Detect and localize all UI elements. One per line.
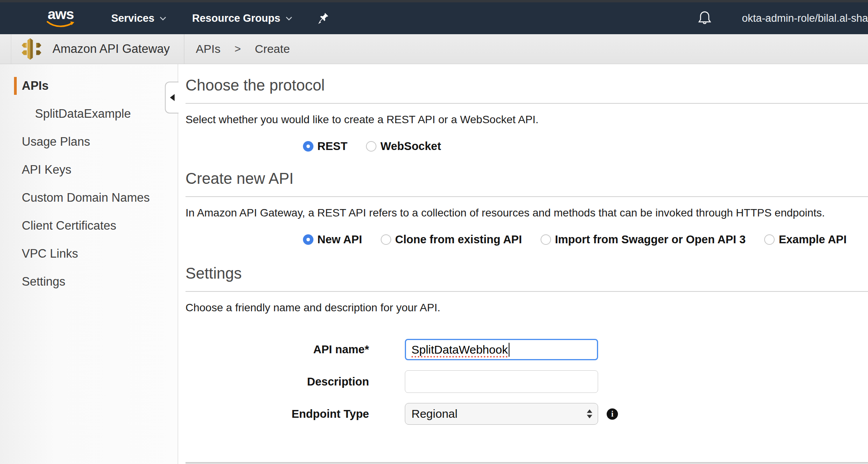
section-divider bbox=[186, 103, 868, 104]
api-name-value: SplitDataWebhook bbox=[411, 343, 508, 356]
sidebar-item-api-keys[interactable]: API Keys bbox=[0, 156, 178, 184]
sidebar-item-usage-plans[interactable]: Usage Plans bbox=[0, 128, 178, 156]
sidebar-item-vpc-links[interactable]: VPC Links bbox=[0, 240, 178, 268]
description-input[interactable] bbox=[405, 370, 598, 393]
notification-bell-icon bbox=[697, 10, 712, 26]
sidebar-item-label: Usage Plans bbox=[22, 135, 90, 149]
radio-selected-icon[interactable] bbox=[303, 234, 313, 245]
radio-option-label: Import from Swagger or Open API 3 bbox=[555, 233, 746, 246]
sidebar-collapse-button[interactable] bbox=[165, 82, 178, 113]
sidebar-item-label: VPC Links bbox=[22, 247, 78, 261]
nav-resource-groups-menu[interactable]: Resource Groups bbox=[192, 12, 292, 24]
service-subheader: Amazon API Gateway APIs > Create bbox=[0, 34, 868, 64]
radio-option-label: REST bbox=[317, 140, 347, 153]
radio-option-label: Example API bbox=[779, 233, 847, 246]
breadcrumb-current-page: Create bbox=[255, 42, 290, 56]
endpoint-type-row: Endpoint Type Regional i bbox=[186, 403, 868, 425]
chevron-down-icon bbox=[285, 16, 292, 21]
sidebar-item-label: Client Certificates bbox=[22, 219, 116, 233]
settings-section-description: Choose a friendly name and description f… bbox=[186, 302, 868, 314]
nav-resource-groups-label: Resource Groups bbox=[192, 12, 280, 24]
section-divider bbox=[186, 291, 868, 292]
aws-logo-text: aws bbox=[48, 8, 74, 21]
breadcrumb: APIs > Create bbox=[196, 42, 290, 56]
api-name-label: API name* bbox=[186, 343, 369, 356]
sidebar-item-client-certificates[interactable]: Client Certificates bbox=[0, 212, 178, 240]
chevron-down-icon bbox=[159, 16, 166, 21]
radio-selected-icon[interactable] bbox=[303, 141, 313, 152]
radio-option-label: New API bbox=[317, 233, 362, 246]
radio-unselected-icon[interactable] bbox=[381, 234, 391, 245]
collapse-left-icon bbox=[170, 94, 175, 101]
subheader-divider bbox=[184, 34, 184, 64]
navbar-right-group: okta-admin-role/bilal.al-sha bbox=[697, 10, 868, 26]
notifications-button[interactable] bbox=[697, 10, 712, 26]
radio-unselected-icon[interactable] bbox=[541, 234, 551, 245]
radio-option-import-swagger[interactable]: Import from Swagger or Open API 3 bbox=[541, 233, 746, 246]
service-home-link[interactable]: Amazon API Gateway bbox=[11, 38, 170, 60]
radio-option-new-api[interactable]: New API bbox=[303, 233, 362, 246]
nav-services-menu[interactable]: Services bbox=[111, 12, 166, 24]
create-section-title: Create new API bbox=[186, 169, 868, 188]
bottom-divider bbox=[186, 462, 868, 464]
info-icon[interactable]: i bbox=[607, 408, 618, 420]
sidebar-item-label: SplitDataExample bbox=[35, 107, 131, 121]
aws-smile-icon bbox=[46, 21, 75, 28]
nav-services-label: Services bbox=[111, 12, 154, 24]
settings-form: API name* SplitDataWebhook Description bbox=[186, 339, 868, 425]
api-gateway-icon bbox=[21, 38, 42, 60]
sidebar-item-label: Settings bbox=[22, 275, 65, 289]
create-api-radio-group: New API Clone from existing API Import f… bbox=[303, 233, 868, 246]
breadcrumb-apis-link[interactable]: APIs bbox=[196, 42, 220, 56]
active-indicator-bar bbox=[14, 77, 17, 95]
main-panel: Choose the protocol Select whether you w… bbox=[178, 64, 868, 464]
api-name-input[interactable]: SplitDataWebhook bbox=[405, 339, 598, 360]
protocol-section-description: Select whether you would like to create … bbox=[186, 113, 868, 126]
endpoint-type-label: Endpoint Type bbox=[186, 408, 369, 420]
sidebar-item-label: APIs bbox=[22, 79, 49, 93]
sidebar-item-label: API Keys bbox=[22, 163, 72, 177]
protocol-section-title: Choose the protocol bbox=[186, 76, 868, 94]
endpoint-type-value: Regional bbox=[411, 407, 457, 420]
radio-unselected-icon[interactable] bbox=[764, 234, 775, 245]
aws-navbar: aws Services Resource Groups okta-ad bbox=[0, 2, 868, 34]
radio-option-clone-api[interactable]: Clone from existing API bbox=[381, 233, 522, 246]
api-name-row: API name* SplitDataWebhook bbox=[186, 339, 868, 360]
service-title-label: Amazon API Gateway bbox=[52, 42, 170, 56]
sidebar-item-settings[interactable]: Settings bbox=[0, 268, 178, 296]
endpoint-type-select[interactable]: Regional bbox=[405, 403, 598, 425]
sidebar-item-custom-domain-names[interactable]: Custom Domain Names bbox=[0, 184, 178, 212]
user-account-menu[interactable]: okta-admin-role/bilal.al-sha bbox=[742, 12, 868, 24]
sidebar-item-apis[interactable]: APIs bbox=[0, 72, 178, 100]
radio-option-label: Clone from existing API bbox=[395, 233, 522, 246]
sidebar-item-label: Custom Domain Names bbox=[22, 191, 150, 205]
pin-shortcut-button[interactable] bbox=[317, 12, 329, 25]
radio-option-label: WebSocket bbox=[380, 140, 441, 153]
aws-logo[interactable]: aws bbox=[46, 8, 75, 28]
radio-option-rest[interactable]: REST bbox=[303, 140, 347, 153]
pushpin-icon bbox=[317, 12, 329, 25]
breadcrumb-separator: > bbox=[234, 43, 241, 55]
description-row: Description bbox=[186, 370, 868, 393]
subheader-gutter bbox=[0, 34, 11, 64]
radio-unselected-icon[interactable] bbox=[366, 141, 376, 152]
section-divider bbox=[186, 196, 868, 197]
content-area: APIs SplitDataExample Usage Plans API Ke… bbox=[0, 64, 868, 464]
create-section-description: In Amazon API Gateway, a REST API refers… bbox=[186, 207, 868, 219]
sidebar-item-splitdataexample[interactable]: SplitDataExample bbox=[0, 100, 178, 128]
text-cursor bbox=[509, 343, 509, 357]
description-label: Description bbox=[186, 375, 369, 388]
protocol-radio-group: REST WebSocket bbox=[303, 140, 868, 153]
sidebar: APIs SplitDataExample Usage Plans API Ke… bbox=[0, 64, 178, 464]
select-stepper-icon bbox=[587, 410, 592, 419]
settings-section-title: Settings bbox=[186, 264, 868, 283]
radio-option-example-api[interactable]: Example API bbox=[764, 233, 847, 246]
radio-option-websocket[interactable]: WebSocket bbox=[366, 140, 441, 153]
